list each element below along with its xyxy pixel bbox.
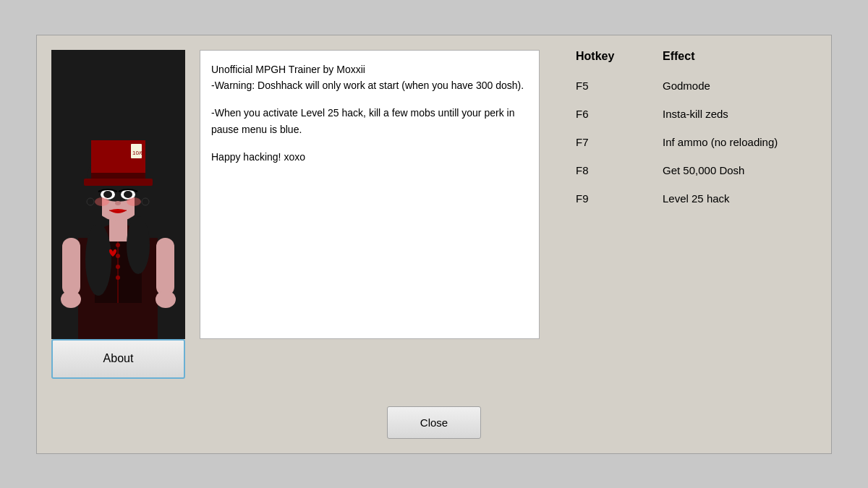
about-button[interactable]: About [51,339,185,379]
svg-point-29 [156,291,176,308]
svg-point-28 [61,291,81,308]
hotkey-row-f8: F8 Get 50,000 Dosh [576,164,817,176]
hotkey-key-f9: F9 [576,192,663,205]
hotkey-row-f6: F6 Insta-kill zeds [576,108,817,120]
svg-point-22 [95,197,109,206]
svg-point-10 [85,223,111,296]
description-line-2: -Warning: Doshhack will only work at sta… [211,80,524,91]
description-line-1: Unofficial MPGH Trainer by Moxxii [211,64,365,75]
hotkey-key-f5: F5 [576,80,663,92]
svg-point-20 [124,191,132,198]
description-para-3: Happy hacking! xoxo [211,149,528,165]
main-content-area: 10/6 [51,50,817,392]
hotkey-column-header: Hotkey [576,50,663,63]
description-para-1: Unofficial MPGH Trainer by Moxxii -Warni… [211,61,528,94]
character-image: 10/6 [51,50,185,339]
description-line-3: -When you activate Level 25 hack, kill a… [211,107,514,134]
about-button-wrapper: About [51,339,185,379]
description-para-2: -When you activate Level 25 hack, kill a… [211,105,528,137]
svg-point-24 [87,198,94,205]
effect-column-header: Effect [663,50,694,63]
hotkey-effect-f6: Insta-kill zeds [663,108,728,120]
svg-point-33 [116,275,120,280]
hotkey-effect-f9: Level 25 hack [663,192,730,205]
svg-point-21 [115,201,121,205]
svg-rect-26 [62,238,80,296]
svg-text:10/6: 10/6 [132,150,144,156]
svg-point-25 [142,198,149,205]
svg-point-31 [116,254,120,258]
right-panel: Hotkey Effect F5 Godmode F6 Insta-kill z… [554,50,817,392]
description-text-box: Unofficial MPGH Trainer by Moxxii -Warni… [200,50,540,339]
svg-rect-14 [91,173,145,179]
svg-point-30 [116,243,120,247]
hotkey-row-f5: F5 Godmode [576,80,817,92]
svg-rect-27 [156,238,174,296]
svg-point-11 [127,216,150,274]
hotkey-effect-f7: Inf ammo (no reloading) [663,136,778,148]
center-panel: Unofficial MPGH Trainer by Moxxii -Warni… [200,50,540,392]
hotkey-key-f8: F8 [576,164,663,176]
left-panel: 10/6 [51,50,185,392]
hotkey-key-f7: F7 [576,136,663,148]
hotkey-row-f7: F7 Inf ammo (no reloading) [576,136,817,148]
hotkey-effect-f5: Godmode [663,80,710,92]
hotkey-key-f6: F6 [576,108,663,120]
svg-point-32 [116,265,120,269]
main-dialog: 10/6 [36,35,832,454]
svg-point-23 [127,197,141,206]
hotkey-effect-f8: Get 50,000 Dosh [663,164,744,176]
description-line-4: Happy hacking! xoxo [211,151,305,163]
hotkey-table-header: Hotkey Effect [576,50,817,67]
hotkey-row-f9: F9 Level 25 hack [576,192,817,205]
svg-rect-13 [84,179,153,186]
close-button[interactable]: Close [387,406,481,439]
hotkey-table: Hotkey Effect F5 Godmode F6 Insta-kill z… [576,50,817,205]
bottom-bar: Close [51,395,817,439]
svg-point-19 [103,191,112,198]
